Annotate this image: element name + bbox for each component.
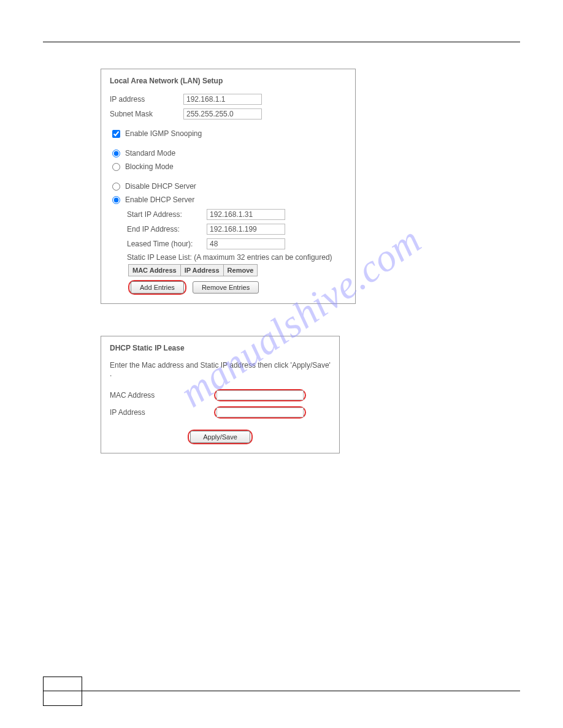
standard-mode-label: Standard Mode bbox=[125, 149, 175, 157]
standard-mode-radio[interactable] bbox=[112, 150, 120, 157]
blocking-mode-radio[interactable] bbox=[112, 163, 120, 171]
ip-address-highlight bbox=[214, 406, 306, 419]
start-ip-input[interactable] bbox=[207, 209, 285, 220]
table-header-ip: IP Address bbox=[180, 265, 223, 276]
enable-dhcp-label: Enable DHCP Server bbox=[125, 195, 194, 204]
blocking-mode-label: Blocking Mode bbox=[125, 162, 174, 171]
ip-address-input[interactable] bbox=[183, 94, 262, 105]
leased-time-input[interactable] bbox=[207, 238, 285, 249]
add-entries-highlight: Add Entries bbox=[128, 280, 186, 295]
ip-address-label-2: IP Address bbox=[110, 408, 214, 417]
mac-address-highlight bbox=[214, 389, 306, 401]
end-ip-label: End IP Address: bbox=[127, 225, 207, 233]
table-header-mac: MAC Address bbox=[129, 265, 181, 276]
ip-address-label: IP address bbox=[110, 95, 183, 104]
table-header-remove: Remove bbox=[223, 265, 258, 276]
page-number-box bbox=[43, 677, 82, 706]
add-entries-button[interactable]: Add Entries bbox=[131, 281, 184, 294]
mac-address-label: MAC Address bbox=[110, 391, 214, 400]
enable-dhcp-radio[interactable] bbox=[112, 196, 120, 204]
start-ip-label: Start IP Address: bbox=[127, 210, 207, 219]
lan-setup-panel: Local Area Network (LAN) Setup IP addres… bbox=[101, 69, 356, 304]
static-lease-note: Static IP Lease List: (A maximum 32 entr… bbox=[127, 253, 347, 262]
ip-address-input-2[interactable] bbox=[216, 408, 304, 417]
dhcp-static-lease-title: DHCP Static IP Lease bbox=[110, 344, 331, 352]
leased-time-label: Leased Time (hour): bbox=[127, 240, 207, 248]
remove-entries-button[interactable]: Remove Entries bbox=[193, 281, 259, 294]
dhcp-static-lease-panel: DHCP Static IP Lease Enter the Mac addre… bbox=[101, 336, 340, 453]
subnet-mask-label: Subnet Mask bbox=[110, 110, 183, 118]
subnet-mask-input[interactable] bbox=[183, 108, 262, 119]
lan-setup-title: Local Area Network (LAN) Setup bbox=[110, 77, 347, 85]
igmp-snooping-label: Enable IGMP Snooping bbox=[125, 129, 202, 138]
mac-address-input[interactable] bbox=[216, 390, 304, 400]
disable-dhcp-label: Disable DHCP Server bbox=[125, 182, 196, 191]
lease-table: MAC Address IP Address Remove bbox=[128, 264, 258, 276]
apply-save-button[interactable]: Apply/Save bbox=[190, 431, 250, 443]
disable-dhcp-radio[interactable] bbox=[112, 183, 120, 191]
dhcp-static-lease-instruction: Enter the Mac address and Static IP addr… bbox=[110, 361, 331, 378]
apply-save-highlight: Apply/Save bbox=[188, 430, 253, 444]
igmp-snooping-checkbox[interactable] bbox=[112, 130, 120, 138]
top-divider bbox=[43, 42, 520, 42]
end-ip-input[interactable] bbox=[207, 224, 285, 235]
bottom-divider bbox=[43, 691, 520, 691]
